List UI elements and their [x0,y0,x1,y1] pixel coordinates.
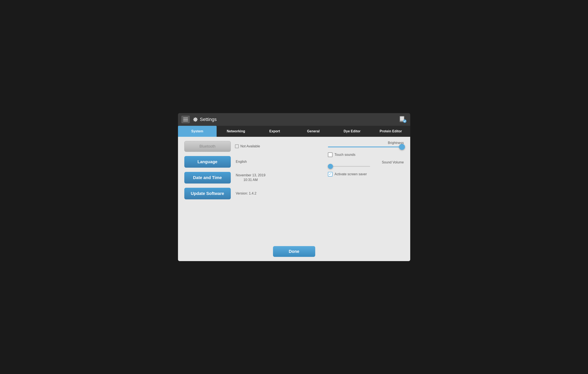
language-value: English [236,159,247,164]
menu-button[interactable] [181,116,190,123]
done-section: Done [184,242,404,257]
touch-sounds-checkbox[interactable] [328,153,333,157]
date-time-button[interactable]: Date and Time [184,172,231,184]
sound-volume-label: Sound Volume [328,160,404,164]
tab-system[interactable]: System [178,126,217,137]
brightness-label: Brightness [328,141,404,145]
content-area: Brightness Touch sounds Sound Volume [178,137,410,261]
gear-icon [192,117,198,122]
sound-volume-slider-container [328,166,404,167]
touch-sounds-label: Touch sounds [335,153,356,157]
touch-sounds-row: Touch sounds [328,153,404,157]
date-time-value: November 13, 2019 10:31 AM [236,173,266,182]
bluetooth-checkbox[interactable] [235,144,239,148]
bluetooth-status: Not Available [235,144,260,148]
brightness-thumb[interactable] [399,144,405,150]
done-button[interactable]: Done [273,246,315,257]
date-value: November 13, 2019 [236,173,266,177]
tab-dye-editor[interactable]: Dye Editor [333,126,371,137]
sound-volume-track [328,166,370,167]
cart-icon [399,115,407,124]
sound-volume-thumb[interactable] [328,164,333,169]
brightness-slider-container [328,146,404,147]
screen-saver-checkbox[interactable] [328,172,333,176]
svg-rect-1 [400,117,404,121]
screen: Settings System Networking Export Genera… [178,113,410,261]
brightness-track [328,146,404,147]
version-value: Version: 1.4.2 [236,191,257,196]
language-button[interactable]: Language [184,156,231,168]
tabs-bar: System Networking Export General Dye Edi… [178,126,410,137]
tab-networking[interactable]: Networking [217,126,255,137]
bluetooth-button[interactable]: Bluetooth [184,141,231,152]
right-panel: Brightness Touch sounds Sound Volume [328,141,404,176]
tab-protein-editor[interactable]: Protein Editor [371,126,410,137]
svg-point-2 [403,120,406,123]
screen-saver-label: Activate screen saver [335,172,367,176]
update-software-row: Update Software Version: 1.4.2 [184,188,404,199]
update-software-button[interactable]: Update Software [184,188,231,199]
header-title: Settings [200,117,399,122]
bluetooth-status-text: Not Available [241,144,260,148]
tab-export[interactable]: Export [255,126,294,137]
tab-general[interactable]: General [294,126,333,137]
time-value: 10:31 AM [243,178,258,182]
screen-saver-row: Activate screen saver [328,172,404,176]
header: Settings [178,113,410,126]
